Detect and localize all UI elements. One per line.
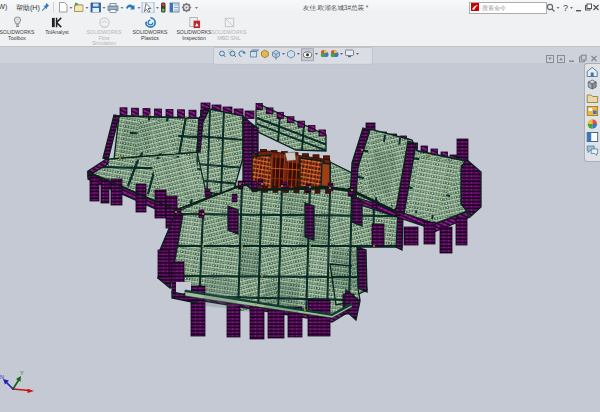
svg-text:N: N <box>0 374 4 380</box>
svg-text:Y: Y <box>20 370 24 376</box>
svg-text:?: ? <box>563 3 568 13</box>
